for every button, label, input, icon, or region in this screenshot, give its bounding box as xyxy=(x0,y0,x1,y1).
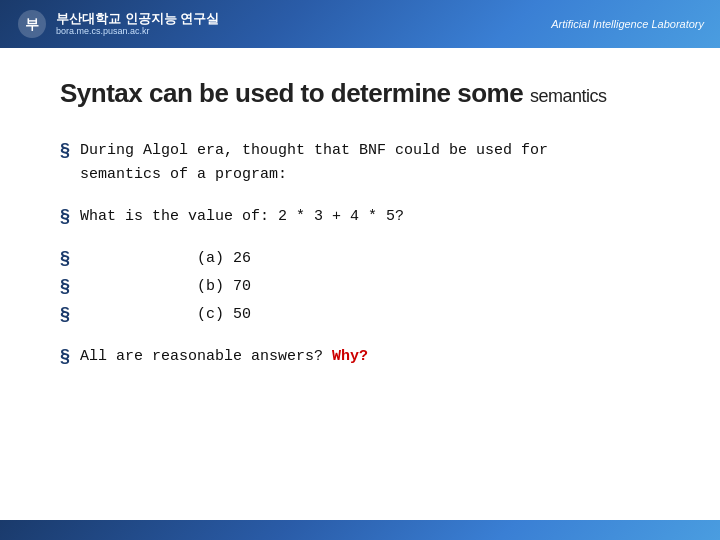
footer-bar xyxy=(0,520,720,540)
bullet-1-line1: During Algol era, thought that BNF could… xyxy=(80,139,548,163)
title-main: Syntax can be used to determine some xyxy=(60,78,523,108)
sub-bullet-c-label: (c) 50 xyxy=(80,306,251,323)
bullet-3-icon: § xyxy=(60,346,70,367)
header-left: 부 부산대학교 인공지능 연구실 bora.me.cs.pusan.ac.kr xyxy=(16,8,219,40)
bullet-1-icon: § xyxy=(60,140,70,161)
bullet-2-text: What is the value of: 2 * 3 + 4 * 5? xyxy=(80,205,404,229)
bullet-2-content: What is the value of: 2 * 3 + 4 * 5? xyxy=(80,205,404,229)
bullet-2-section: § What is the value of: 2 * 3 + 4 * 5? xyxy=(60,205,660,229)
sub-bullet-b-label: (b) 70 xyxy=(80,278,251,295)
header-bar: 부 부산대학교 인공지능 연구실 bora.me.cs.pusan.ac.kr … xyxy=(0,0,720,48)
page-title: Syntax can be used to determine some sem… xyxy=(60,78,660,109)
sub-bullet-b-icon: § xyxy=(60,276,70,297)
sub-bullet-a-section: § (a) 26 xyxy=(60,247,660,271)
bullet-3-content: All are reasonable answers? Why? xyxy=(80,345,368,369)
lab-name: Artificial Intelligence Laboratory xyxy=(551,18,704,30)
bullet-3-section: § All are reasonable answers? Why? xyxy=(60,345,660,369)
sub-bullet-c-section: § (c) 50 xyxy=(60,303,660,327)
sub-bullet-b-content: (b) 70 xyxy=(80,275,251,299)
bullet-1-content: During Algol era, thought that BNF could… xyxy=(80,139,548,187)
sub-bullet-a-label: (a) 26 xyxy=(80,250,251,267)
main-content: Syntax can be used to determine some sem… xyxy=(0,48,720,417)
bullet-1-line2: semantics of a program: xyxy=(80,163,548,187)
bullet-3-why: Why? xyxy=(332,348,368,365)
university-url: bora.me.cs.pusan.ac.kr xyxy=(56,26,219,37)
title-small: semantics xyxy=(530,86,607,106)
svg-text:부: 부 xyxy=(25,16,39,32)
sub-bullet-a-content: (a) 26 xyxy=(80,247,251,271)
sub-bullet-c-icon: § xyxy=(60,304,70,325)
bullet-3-prefix: All are reasonable answers? xyxy=(80,348,323,365)
bullet-2-icon: § xyxy=(60,206,70,227)
sub-bullet-a-icon: § xyxy=(60,248,70,269)
header-text: 부산대학교 인공지능 연구실 bora.me.cs.pusan.ac.kr xyxy=(56,11,219,37)
sub-bullet-b-section: § (b) 70 xyxy=(60,275,660,299)
bullet-1-section: § During Algol era, thought that BNF cou… xyxy=(60,139,660,187)
university-name: 부산대학교 인공지능 연구실 xyxy=(56,11,219,27)
sub-bullet-c-content: (c) 50 xyxy=(80,303,251,327)
university-logo: 부 xyxy=(16,8,48,40)
